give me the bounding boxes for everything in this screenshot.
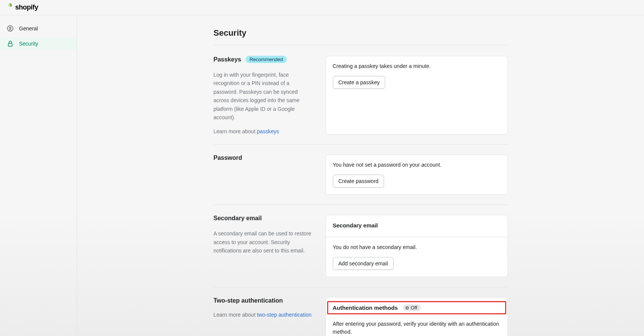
section-description: A secondary email can be used to restore… xyxy=(214,229,314,255)
section-title: Passkeys xyxy=(214,56,241,63)
learn-more: Learn more about passkeys xyxy=(214,128,314,134)
card-text: After entering your password, verify you… xyxy=(333,320,501,336)
svg-rect-2 xyxy=(8,43,13,46)
card-text: You have not set a password on your acco… xyxy=(333,162,501,168)
sidebar: General Security xyxy=(0,15,77,336)
shopify-logo-text: shopify xyxy=(15,3,38,11)
section-title-row: Secondary email xyxy=(214,215,314,222)
secondary-email-card: Secondary email You do not have a second… xyxy=(326,215,508,277)
section-left: Password xyxy=(214,155,314,195)
page-title: Security xyxy=(214,28,508,45)
status-dot-icon xyxy=(406,306,409,309)
section-title: Two-step authentication xyxy=(214,297,283,304)
sidebar-item-label: General xyxy=(19,25,38,32)
two-step-link[interactable]: two-step authentication xyxy=(257,312,312,318)
status-text: Off xyxy=(411,305,417,311)
svg-point-1 xyxy=(9,27,11,29)
create-passkey-button[interactable]: Create a passkey xyxy=(333,76,386,89)
section-two-step: Two-step authentication Learn more about… xyxy=(214,297,508,336)
section-password: Password You have not set a password on … xyxy=(214,155,508,205)
section-left: Two-step authentication Learn more about… xyxy=(214,297,314,336)
section-title-row: Two-step authentication xyxy=(214,297,314,304)
section-description: Log in with your fingerprint, face recog… xyxy=(214,71,314,121)
card-text: You do not have a secondary email. xyxy=(333,244,501,250)
main-layout: General Security Security Passkeys Recom… xyxy=(0,15,644,336)
create-password-button[interactable]: Create password xyxy=(333,175,384,188)
lock-icon xyxy=(7,40,14,47)
recommended-badge: Recommended xyxy=(246,56,287,63)
learn-more-prefix: Learn more about xyxy=(214,128,257,134)
shopify-logo[interactable]: shopify xyxy=(6,3,38,13)
highlight-annotation: Authentication methods Off xyxy=(327,301,506,314)
card-heading: Authentication methods xyxy=(333,304,398,311)
card-text: Creating a passkey takes under a minute. xyxy=(333,63,501,69)
two-step-card: Authentication methods Off After enterin… xyxy=(326,297,508,336)
learn-more-prefix: Learn more about xyxy=(214,312,257,318)
sidebar-item-general[interactable]: General xyxy=(0,22,77,35)
section-title: Secondary email xyxy=(214,215,262,222)
content-inner: Security Passkeys Recommended Log in wit… xyxy=(214,28,508,336)
password-card: You have not set a password on your acco… xyxy=(326,155,508,195)
passkeys-card: Creating a passkey takes under a minute.… xyxy=(326,56,508,134)
sidebar-item-label: Security xyxy=(19,41,38,47)
section-left: Passkeys Recommended Log in with your fi… xyxy=(214,56,314,134)
learn-more: Learn more about two-step authentication xyxy=(214,312,314,318)
person-circle-icon xyxy=(7,25,14,32)
card-heading: Secondary email xyxy=(333,222,501,229)
section-secondary-email: Secondary email A secondary email can be… xyxy=(214,215,508,287)
section-left: Secondary email A secondary email can be… xyxy=(214,215,314,277)
section-passkeys: Passkeys Recommended Log in with your fi… xyxy=(214,56,508,145)
sidebar-item-security[interactable]: Security xyxy=(0,37,77,50)
content: Security Passkeys Recommended Log in wit… xyxy=(77,15,644,336)
section-title: Password xyxy=(214,155,242,161)
passkeys-link[interactable]: passkeys xyxy=(257,128,279,134)
divider xyxy=(326,237,507,237)
section-title-row: Passkeys Recommended xyxy=(214,56,314,63)
add-secondary-email-button[interactable]: Add secondary email xyxy=(333,257,394,270)
section-title-row: Password xyxy=(214,155,314,161)
status-pill-off: Off xyxy=(403,304,421,311)
app-header: shopify xyxy=(0,0,644,15)
shopify-bag-icon xyxy=(6,3,14,13)
